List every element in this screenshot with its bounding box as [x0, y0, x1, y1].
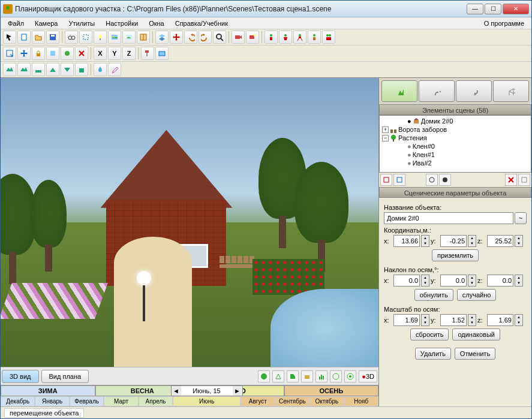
random-tilt-button[interactable]: случайно	[457, 289, 497, 301]
person-5-icon[interactable]	[322, 31, 335, 44]
menu-utilities[interactable]: Утилиты	[64, 19, 100, 28]
open-icon[interactable]	[32, 31, 45, 44]
coord-z-input[interactable]	[487, 235, 513, 247]
pick-icon[interactable]	[79, 31, 92, 44]
water-icon[interactable]	[94, 63, 107, 76]
terrain-2-icon[interactable]	[17, 63, 31, 76]
scale-y-input[interactable]	[440, 314, 467, 326]
date-prev-button[interactable]: ◄	[172, 386, 181, 396]
layers-icon[interactable]	[155, 31, 169, 44]
month-cell[interactable]: Февраль	[70, 396, 104, 407]
month-cell[interactable]: Апрель	[139, 396, 173, 407]
cancel-button[interactable]: Отменить	[455, 348, 495, 360]
catalog-icon[interactable]	[137, 31, 150, 44]
coord-y-input[interactable]	[440, 235, 467, 247]
select-tool-icon[interactable]	[3, 31, 16, 44]
image-icon[interactable]	[108, 31, 121, 44]
minimize-button[interactable]: —	[467, 4, 483, 14]
terrain-block-icon[interactable]	[75, 63, 88, 76]
month-cell[interactable]: Сентябрь	[275, 396, 309, 407]
binoculars-icon[interactable]	[65, 31, 78, 44]
close-button[interactable]: ✕	[503, 4, 529, 14]
terrain-1-icon[interactable]	[3, 63, 16, 76]
tab-3d-view[interactable]: 3D вид	[2, 370, 39, 383]
picture-icon[interactable]	[122, 31, 136, 44]
ground-button[interactable]: приземлить	[432, 249, 479, 261]
tool-b-icon[interactable]	[61, 47, 74, 60]
vt-ring-icon[interactable]	[344, 370, 356, 382]
person-2-icon[interactable]	[279, 31, 292, 44]
vt-box-icon[interactable]	[301, 370, 313, 382]
tree-row[interactable]: ● Клен#0	[381, 142, 530, 150]
axis-y-icon[interactable]: Y	[108, 47, 121, 60]
tree-row[interactable]: − Растения	[381, 134, 530, 142]
reset-scale-button[interactable]: сбросить	[410, 328, 449, 340]
rptab-measure-icon[interactable]	[456, 80, 492, 102]
terrain-down-icon[interactable]	[61, 63, 74, 76]
terrain-flat-icon[interactable]	[32, 63, 45, 76]
menu-windows[interactable]: Окна	[144, 19, 169, 28]
person-1-icon[interactable]	[265, 31, 278, 44]
paint-icon[interactable]	[141, 47, 154, 60]
object-name-input[interactable]	[384, 212, 513, 224]
tree-row[interactable]: + Ворота заборов	[381, 125, 530, 134]
new-icon[interactable]	[17, 31, 31, 44]
tree-ctrl-del-icon[interactable]	[505, 174, 517, 186]
collapse-icon[interactable]: −	[382, 135, 389, 141]
tree-row[interactable]: ● Ива#2	[381, 159, 530, 167]
coord-y-spinner[interactable]: ▲▼	[468, 235, 476, 247]
season-autumn[interactable]: ОСЕНЬ	[284, 385, 379, 396]
maximize-button[interactable]: ☐	[485, 4, 501, 14]
redo-icon[interactable]	[199, 31, 212, 44]
name-menu-button[interactable]: ~	[515, 212, 527, 224]
tree-row[interactable]: ● Клен#1	[381, 150, 530, 159]
month-cell[interactable]: Март	[104, 396, 138, 407]
menu-file[interactable]: Файл	[3, 19, 29, 28]
zoom-icon[interactable]	[213, 31, 226, 44]
move-icon[interactable]	[170, 31, 183, 44]
season-winter[interactable]: ЗИМА	[1, 385, 95, 396]
month-cell[interactable]: Январь	[35, 396, 69, 407]
month-cell[interactable]: Октябрь	[309, 396, 344, 407]
tree-ctrl-4-icon[interactable]	[439, 174, 451, 186]
tilt-z-input[interactable]	[487, 275, 513, 287]
month-cell[interactable]: Июнь	[173, 396, 241, 407]
tilt-x-spinner[interactable]: ▲▼	[421, 275, 429, 287]
vt-circle-icon[interactable]	[330, 370, 342, 382]
tilt-y-spinner[interactable]: ▲▼	[468, 275, 476, 287]
vt-chart-icon[interactable]	[315, 370, 327, 382]
date-next-button[interactable]: ►	[233, 386, 242, 396]
month-cell[interactable]: Нояб	[344, 396, 378, 407]
menu-about[interactable]: О программе	[479, 19, 529, 28]
prop-icon[interactable]	[155, 47, 169, 60]
axis-x-icon[interactable]: X	[94, 47, 107, 60]
person-4-icon[interactable]	[308, 31, 321, 44]
tree-ctrl-2-icon[interactable]	[393, 174, 405, 186]
reset-tilt-button[interactable]: обнулить	[414, 289, 453, 301]
expand-icon[interactable]: +	[382, 126, 389, 133]
undo-icon[interactable]	[184, 31, 197, 44]
dropper-icon[interactable]	[108, 63, 121, 76]
lock-icon[interactable]	[32, 47, 45, 60]
tool-a-icon[interactable]	[46, 47, 59, 60]
scale-y-spinner[interactable]: ▲▼	[468, 314, 476, 326]
light-icon[interactable]	[94, 31, 107, 44]
scale-x-input[interactable]	[393, 314, 420, 326]
scale-z-spinner[interactable]: ▲▼	[515, 314, 523, 326]
month-cell[interactable]: Август	[241, 396, 275, 407]
tilt-x-input[interactable]	[393, 275, 420, 287]
vt-dot-green-icon[interactable]	[258, 370, 270, 382]
vt-tri-icon[interactable]	[272, 370, 284, 382]
menu-settings[interactable]: Настройки	[101, 19, 143, 28]
tree-ctrl-1-icon[interactable]	[380, 174, 392, 186]
month-cell[interactable]: Декабрь	[1, 396, 35, 407]
camera-a-icon[interactable]	[232, 31, 245, 44]
menu-camera[interactable]: Камера	[30, 19, 62, 28]
viewport-3d[interactable]	[1, 78, 378, 367]
coord-x-spinner[interactable]: ▲▼	[421, 235, 429, 247]
axis-z-icon[interactable]: Z	[122, 47, 136, 60]
coord-x-input[interactable]	[393, 235, 420, 247]
person-3-icon[interactable]	[293, 31, 306, 44]
rptab-3d-icon[interactable]	[493, 80, 529, 102]
delete-button[interactable]: Удалить	[415, 348, 451, 360]
